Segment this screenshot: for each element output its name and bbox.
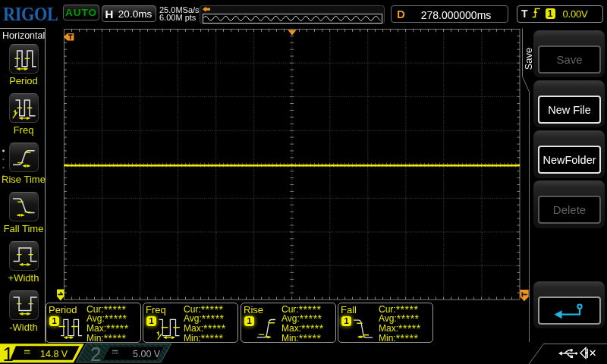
svg-text:14.8 V: 14.8 V	[40, 349, 68, 359]
svg-text:2: 2	[90, 343, 101, 364]
svg-text:5.00 V: 5.00 V	[133, 349, 161, 359]
svg-text:1: 1	[3, 343, 14, 364]
